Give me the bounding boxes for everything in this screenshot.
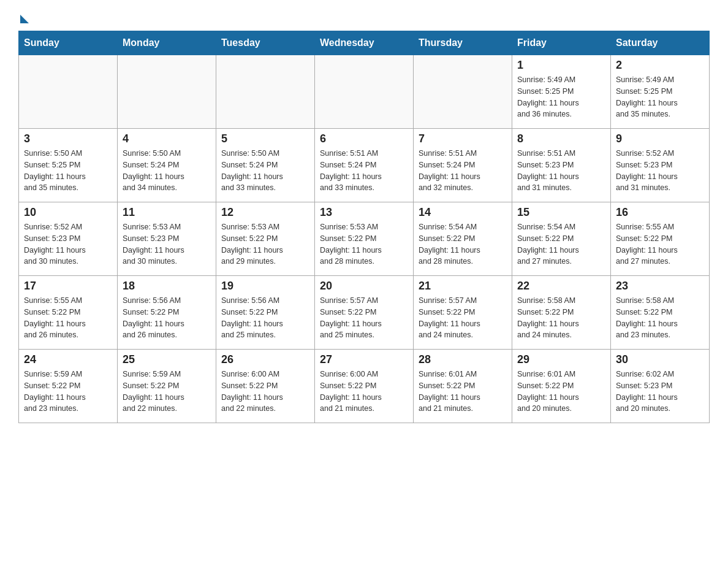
day-info: Sunrise: 5:51 AM Sunset: 5:24 PM Dayligh… [320, 148, 408, 194]
day-info: Sunrise: 5:54 AM Sunset: 5:22 PM Dayligh… [419, 221, 507, 267]
day-number: 9 [616, 132, 704, 145]
day-info: Sunrise: 5:49 AM Sunset: 5:25 PM Dayligh… [517, 74, 605, 120]
day-number: 21 [419, 280, 507, 293]
day-info: Sunrise: 6:00 AM Sunset: 5:22 PM Dayligh… [320, 369, 408, 415]
day-info: Sunrise: 6:01 AM Sunset: 5:22 PM Dayligh… [419, 369, 507, 415]
day-info: Sunrise: 5:50 AM Sunset: 5:24 PM Dayligh… [221, 148, 309, 194]
calendar-cell: 2Sunrise: 5:49 AM Sunset: 5:25 PM Daylig… [611, 55, 710, 129]
calendar-cell: 13Sunrise: 5:53 AM Sunset: 5:22 PM Dayli… [315, 202, 414, 276]
day-number: 29 [517, 353, 605, 366]
calendar-cell: 19Sunrise: 5:56 AM Sunset: 5:22 PM Dayli… [216, 276, 315, 350]
calendar-cell: 5Sunrise: 5:50 AM Sunset: 5:24 PM Daylig… [216, 129, 315, 202]
calendar-cell: 27Sunrise: 6:00 AM Sunset: 5:22 PM Dayli… [315, 350, 414, 423]
page-header [18, 12, 710, 18]
weekday-header-saturday: Saturday [611, 31, 710, 55]
calendar-cell: 17Sunrise: 5:55 AM Sunset: 5:22 PM Dayli… [19, 276, 118, 350]
day-number: 26 [221, 353, 309, 366]
calendar-week-row: 1Sunrise: 5:49 AM Sunset: 5:25 PM Daylig… [19, 55, 710, 129]
calendar-cell: 22Sunrise: 5:58 AM Sunset: 5:22 PM Dayli… [512, 276, 611, 350]
calendar-cell: 1Sunrise: 5:49 AM Sunset: 5:25 PM Daylig… [512, 55, 611, 129]
day-number: 23 [616, 280, 704, 293]
day-info: Sunrise: 5:57 AM Sunset: 5:22 PM Dayligh… [419, 295, 507, 341]
calendar-cell: 4Sunrise: 5:50 AM Sunset: 5:24 PM Daylig… [118, 129, 216, 202]
day-number: 8 [517, 132, 605, 145]
calendar-cell: 24Sunrise: 5:59 AM Sunset: 5:22 PM Dayli… [19, 350, 118, 423]
day-info: Sunrise: 5:49 AM Sunset: 5:25 PM Dayligh… [616, 74, 704, 120]
calendar-cell: 26Sunrise: 6:00 AM Sunset: 5:22 PM Dayli… [216, 350, 315, 423]
calendar-cell: 28Sunrise: 6:01 AM Sunset: 5:22 PM Dayli… [414, 350, 512, 423]
day-info: Sunrise: 5:59 AM Sunset: 5:22 PM Dayligh… [24, 369, 112, 415]
calendar-cell: 29Sunrise: 6:01 AM Sunset: 5:22 PM Dayli… [512, 350, 611, 423]
calendar-body: 1Sunrise: 5:49 AM Sunset: 5:25 PM Daylig… [19, 55, 710, 423]
day-info: Sunrise: 5:50 AM Sunset: 5:24 PM Dayligh… [123, 148, 211, 194]
day-number: 18 [123, 280, 211, 293]
day-info: Sunrise: 5:50 AM Sunset: 5:25 PM Dayligh… [24, 148, 112, 194]
calendar-week-row: 10Sunrise: 5:52 AM Sunset: 5:23 PM Dayli… [19, 202, 710, 276]
day-number: 24 [24, 353, 112, 366]
day-info: Sunrise: 5:52 AM Sunset: 5:23 PM Dayligh… [616, 148, 704, 194]
day-number: 2 [616, 59, 704, 72]
calendar-week-row: 17Sunrise: 5:55 AM Sunset: 5:22 PM Dayli… [19, 276, 710, 350]
day-info: Sunrise: 5:55 AM Sunset: 5:22 PM Dayligh… [24, 295, 112, 341]
day-number: 13 [320, 206, 408, 219]
calendar-cell: 21Sunrise: 5:57 AM Sunset: 5:22 PM Dayli… [414, 276, 512, 350]
calendar-cell [216, 55, 315, 129]
day-info: Sunrise: 5:55 AM Sunset: 5:22 PM Dayligh… [616, 221, 704, 267]
calendar-cell: 10Sunrise: 5:52 AM Sunset: 5:23 PM Dayli… [19, 202, 118, 276]
weekday-header-sunday: Sunday [19, 31, 118, 55]
day-info: Sunrise: 6:00 AM Sunset: 5:22 PM Dayligh… [221, 369, 309, 415]
calendar-cell: 7Sunrise: 5:51 AM Sunset: 5:24 PM Daylig… [414, 129, 512, 202]
weekday-header-thursday: Thursday [414, 31, 512, 55]
day-info: Sunrise: 5:51 AM Sunset: 5:23 PM Dayligh… [517, 148, 605, 194]
calendar-cell [315, 55, 414, 129]
weekday-header-monday: Monday [118, 31, 216, 55]
day-number: 6 [320, 132, 408, 145]
day-number: 14 [419, 206, 507, 219]
calendar-week-row: 3Sunrise: 5:50 AM Sunset: 5:25 PM Daylig… [19, 129, 710, 202]
day-info: Sunrise: 5:53 AM Sunset: 5:22 PM Dayligh… [221, 221, 309, 267]
day-number: 3 [24, 132, 112, 145]
day-number: 16 [616, 206, 704, 219]
day-number: 17 [24, 280, 112, 293]
day-number: 19 [221, 280, 309, 293]
calendar-cell: 20Sunrise: 5:57 AM Sunset: 5:22 PM Dayli… [315, 276, 414, 350]
day-info: Sunrise: 5:56 AM Sunset: 5:22 PM Dayligh… [221, 295, 309, 341]
logo [18, 12, 29, 18]
calendar-cell: 23Sunrise: 5:58 AM Sunset: 5:22 PM Dayli… [611, 276, 710, 350]
day-number: 28 [419, 353, 507, 366]
calendar-cell: 15Sunrise: 5:54 AM Sunset: 5:22 PM Dayli… [512, 202, 611, 276]
calendar-cell [19, 55, 118, 129]
day-number: 25 [123, 353, 211, 366]
day-number: 12 [221, 206, 309, 219]
day-info: Sunrise: 5:58 AM Sunset: 5:22 PM Dayligh… [517, 295, 605, 341]
day-info: Sunrise: 5:59 AM Sunset: 5:22 PM Dayligh… [123, 369, 211, 415]
day-info: Sunrise: 5:51 AM Sunset: 5:24 PM Dayligh… [419, 148, 507, 194]
day-number: 4 [123, 132, 211, 145]
day-info: Sunrise: 6:02 AM Sunset: 5:23 PM Dayligh… [616, 369, 704, 415]
day-info: Sunrise: 5:52 AM Sunset: 5:23 PM Dayligh… [24, 221, 112, 267]
day-number: 5 [221, 132, 309, 145]
calendar-cell [118, 55, 216, 129]
day-number: 10 [24, 206, 112, 219]
calendar-cell: 11Sunrise: 5:53 AM Sunset: 5:23 PM Dayli… [118, 202, 216, 276]
day-number: 1 [517, 59, 605, 72]
day-number: 27 [320, 353, 408, 366]
day-number: 7 [419, 132, 507, 145]
day-number: 15 [517, 206, 605, 219]
calendar-cell: 14Sunrise: 5:54 AM Sunset: 5:22 PM Dayli… [414, 202, 512, 276]
calendar-header: SundayMondayTuesdayWednesdayThursdayFrid… [19, 31, 710, 55]
weekday-header-row: SundayMondayTuesdayWednesdayThursdayFrid… [19, 31, 710, 55]
calendar-table: SundayMondayTuesdayWednesdayThursdayFrid… [18, 31, 710, 423]
weekday-header-wednesday: Wednesday [315, 31, 414, 55]
weekday-header-friday: Friday [512, 31, 611, 55]
weekday-header-tuesday: Tuesday [216, 31, 315, 55]
calendar-cell: 3Sunrise: 5:50 AM Sunset: 5:25 PM Daylig… [19, 129, 118, 202]
day-info: Sunrise: 5:56 AM Sunset: 5:22 PM Dayligh… [123, 295, 211, 341]
day-info: Sunrise: 5:53 AM Sunset: 5:22 PM Dayligh… [320, 221, 408, 267]
calendar-week-row: 24Sunrise: 5:59 AM Sunset: 5:22 PM Dayli… [19, 350, 710, 423]
calendar-cell: 30Sunrise: 6:02 AM Sunset: 5:23 PM Dayli… [611, 350, 710, 423]
day-number: 30 [616, 353, 704, 366]
day-info: Sunrise: 5:53 AM Sunset: 5:23 PM Dayligh… [123, 221, 211, 267]
logo-triangle-icon [20, 15, 29, 23]
calendar-cell: 6Sunrise: 5:51 AM Sunset: 5:24 PM Daylig… [315, 129, 414, 202]
